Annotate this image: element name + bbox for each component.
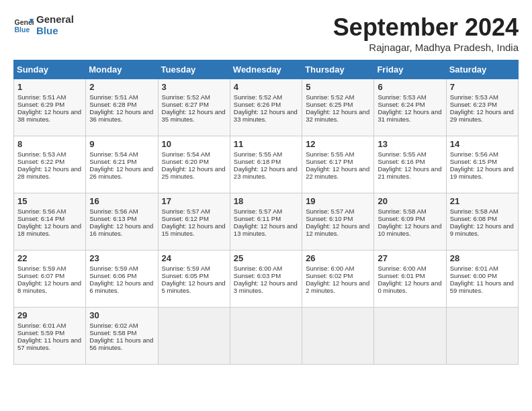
- calendar-cell-17: 17Sunrise: 5:57 AMSunset: 6:12 PMDayligh…: [158, 193, 230, 250]
- sunrise-label: Sunrise: 5:53 AM: [450, 93, 498, 101]
- sunrise-label: Sunrise: 5:52 AM: [306, 93, 354, 101]
- day-number: 25: [234, 253, 298, 263]
- weekday-header-monday: Monday: [86, 60, 158, 79]
- calendar-cell-4: 4Sunrise: 5:52 AMSunset: 6:26 PMDaylight…: [230, 79, 302, 136]
- daylight-label: Daylight: 11 hours and 56 minutes.: [89, 336, 153, 351]
- daylight-label: Daylight: 12 hours and 19 minutes.: [450, 165, 514, 180]
- day-number: 29: [17, 310, 82, 320]
- calendar-cell-14: 14Sunrise: 5:56 AMSunset: 6:15 PMDayligh…: [446, 136, 518, 193]
- sunrise-label: Sunrise: 5:59 AM: [162, 265, 210, 272]
- sunrise-label: Sunrise: 6:00 AM: [378, 265, 426, 272]
- calendar-cell-27: 27Sunrise: 6:00 AMSunset: 6:01 PMDayligh…: [374, 250, 446, 308]
- sunset-label: Sunset: 6:21 PM: [89, 158, 136, 165]
- sunrise-label: Sunrise: 5:56 AM: [450, 150, 498, 158]
- calendar-week-row: 1Sunrise: 5:51 AMSunset: 6:29 PMDaylight…: [14, 79, 519, 136]
- day-number: 2: [89, 82, 154, 92]
- sunrise-label: Sunrise: 5:55 AM: [234, 150, 282, 158]
- sunset-label: Sunset: 6:16 PM: [378, 158, 425, 165]
- daylight-label: Daylight: 12 hours and 21 minutes.: [378, 165, 441, 180]
- sunrise-label: Sunrise: 5:58 AM: [450, 208, 498, 215]
- sunset-label: Sunset: 6:24 PM: [378, 101, 425, 108]
- calendar-cell-1: 1Sunrise: 5:51 AMSunset: 6:29 PMDaylight…: [14, 79, 86, 136]
- day-number: 5: [306, 82, 370, 92]
- sunset-label: Sunset: 6:28 PM: [89, 101, 136, 108]
- sunrise-label: Sunrise: 5:58 AM: [378, 208, 426, 215]
- daylight-label: Daylight: 12 hours and 13 minutes.: [234, 222, 298, 237]
- calendar-cell-15: 15Sunrise: 5:56 AMSunset: 6:14 PMDayligh…: [14, 193, 86, 250]
- sunset-label: Sunset: 6:25 PM: [306, 101, 353, 108]
- calendar-week-row: 29Sunrise: 6:01 AMSunset: 5:59 PMDayligh…: [14, 308, 519, 365]
- sunset-label: Sunset: 6:07 PM: [17, 272, 64, 279]
- sunset-label: Sunset: 6:11 PM: [234, 215, 281, 222]
- logo-icon: General Blue: [13, 15, 34, 35]
- sunrise-label: Sunrise: 5:55 AM: [378, 150, 426, 158]
- sunset-label: Sunset: 6:02 PM: [306, 272, 353, 279]
- location: Rajnagar, Madhya Pradesh, India: [333, 42, 519, 53]
- day-number: 4: [234, 82, 298, 92]
- sunset-label: Sunset: 6:23 PM: [450, 101, 497, 108]
- day-number: 26: [306, 253, 370, 263]
- calendar-cell-30: 30Sunrise: 6:02 AMSunset: 5:58 PMDayligh…: [86, 308, 158, 365]
- day-number: 21: [450, 196, 515, 206]
- day-number: 7: [450, 82, 515, 92]
- sunset-label: Sunset: 6:00 PM: [450, 272, 497, 279]
- sunset-label: Sunset: 5:58 PM: [89, 329, 136, 336]
- daylight-label: Daylight: 12 hours and 3 minutes.: [234, 279, 298, 294]
- daylight-label: Daylight: 12 hours and 36 minutes.: [89, 108, 153, 123]
- sunrise-label: Sunrise: 5:52 AM: [234, 93, 282, 101]
- calendar-cell-9: 9Sunrise: 5:54 AMSunset: 6:21 PMDaylight…: [86, 136, 158, 193]
- sunrise-label: Sunrise: 5:57 AM: [234, 208, 282, 215]
- calendar-cell-28: 28Sunrise: 6:01 AMSunset: 6:00 PMDayligh…: [446, 250, 518, 308]
- weekday-header-friday: Friday: [374, 60, 446, 79]
- title-block: September 2024 Rajnagar, Madhya Pradesh,…: [333, 13, 519, 53]
- calendar-table: SundayMondayTuesdayWednesdayThursdayFrid…: [13, 60, 519, 365]
- daylight-label: Daylight: 12 hours and 10 minutes.: [378, 222, 441, 237]
- day-number: 23: [89, 253, 154, 263]
- sunset-label: Sunset: 6:17 PM: [306, 158, 353, 165]
- sunset-label: Sunset: 6:14 PM: [17, 215, 64, 222]
- sunset-label: Sunset: 6:18 PM: [234, 158, 281, 165]
- sunset-label: Sunset: 6:10 PM: [306, 215, 353, 222]
- day-number: 30: [89, 310, 154, 320]
- calendar-cell-24: 24Sunrise: 5:59 AMSunset: 6:05 PMDayligh…: [158, 250, 230, 308]
- sunset-label: Sunset: 6:08 PM: [450, 215, 497, 222]
- calendar-cell-26: 26Sunrise: 6:00 AMSunset: 6:02 PMDayligh…: [302, 250, 374, 308]
- logo-general: General: [36, 13, 74, 25]
- month-title: September 2024: [333, 13, 519, 42]
- calendar-cell-23: 23Sunrise: 5:59 AMSunset: 6:06 PMDayligh…: [86, 250, 158, 308]
- sunset-label: Sunset: 6:13 PM: [89, 215, 136, 222]
- calendar-week-row: 22Sunrise: 5:59 AMSunset: 6:07 PMDayligh…: [14, 250, 519, 308]
- weekday-header-wednesday: Wednesday: [230, 60, 302, 79]
- day-number: 12: [306, 139, 370, 149]
- sunset-label: Sunset: 6:29 PM: [17, 101, 64, 108]
- sunrise-label: Sunrise: 5:59 AM: [89, 265, 138, 272]
- daylight-label: Daylight: 12 hours and 38 minutes.: [17, 108, 81, 123]
- sunset-label: Sunset: 6:12 PM: [162, 215, 209, 222]
- logo: General Blue General Blue: [13, 13, 74, 36]
- day-number: 22: [17, 253, 82, 263]
- daylight-label: Daylight: 12 hours and 32 minutes.: [306, 108, 369, 123]
- calendar-cell-22: 22Sunrise: 5:59 AMSunset: 6:07 PMDayligh…: [14, 250, 86, 308]
- weekday-header-sunday: Sunday: [14, 60, 86, 79]
- sunset-label: Sunset: 6:27 PM: [162, 101, 209, 108]
- daylight-label: Daylight: 12 hours and 23 minutes.: [234, 165, 298, 180]
- daylight-label: Daylight: 11 hours and 59 minutes.: [450, 279, 514, 294]
- day-number: 17: [162, 196, 226, 206]
- daylight-label: Daylight: 12 hours and 26 minutes.: [89, 165, 153, 180]
- sunrise-label: Sunrise: 6:01 AM: [17, 322, 66, 329]
- sunrise-label: Sunrise: 5:56 AM: [89, 208, 138, 215]
- day-number: 11: [234, 139, 298, 149]
- daylight-label: Daylight: 12 hours and 15 minutes.: [162, 222, 226, 237]
- sunrise-label: Sunrise: 5:59 AM: [17, 265, 66, 272]
- sunrise-label: Sunrise: 5:57 AM: [162, 208, 210, 215]
- day-number: 1: [17, 82, 82, 92]
- calendar-cell-16: 16Sunrise: 5:56 AMSunset: 6:13 PMDayligh…: [86, 193, 158, 250]
- day-number: 19: [306, 196, 370, 206]
- daylight-label: Daylight: 12 hours and 6 minutes.: [89, 279, 153, 294]
- day-number: 24: [162, 253, 226, 263]
- calendar-cell-7: 7Sunrise: 5:53 AMSunset: 6:23 PMDaylight…: [446, 79, 518, 136]
- daylight-label: Daylight: 12 hours and 29 minutes.: [450, 108, 514, 123]
- day-number: 28: [450, 253, 515, 263]
- calendar-cell-19: 19Sunrise: 5:57 AMSunset: 6:10 PMDayligh…: [302, 193, 374, 250]
- calendar-cell-6: 6Sunrise: 5:53 AMSunset: 6:24 PMDaylight…: [374, 79, 446, 136]
